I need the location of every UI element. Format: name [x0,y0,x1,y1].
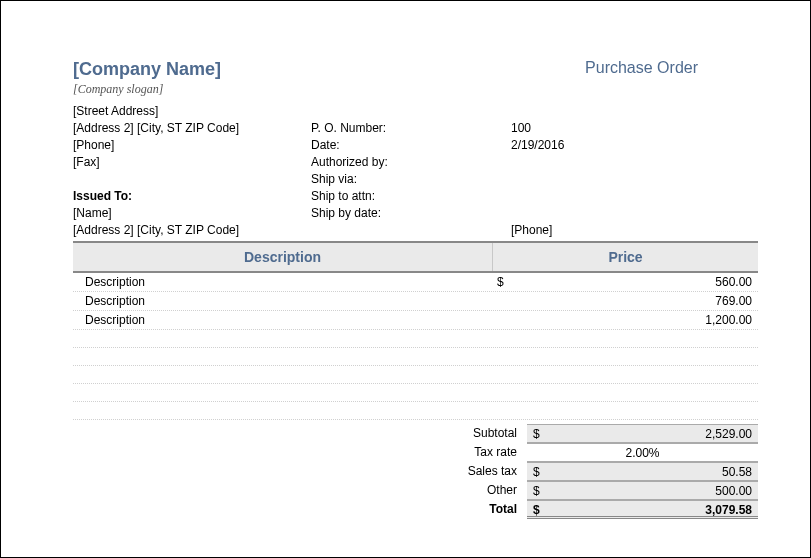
line-items-table: Description Price Description $ 560.00 D… [73,241,758,420]
total-value: 3,079.58 [547,501,758,516]
date-value: 2/19/2016 [511,137,758,154]
issued-address: [Address 2] [City, ST ZIP Code] [73,222,311,239]
ship-via-label: Ship via: [311,171,511,188]
ship-attn-label: Ship to attn: [311,188,511,205]
table-row: Description 769.00 [73,292,758,311]
authorized-value [511,154,758,171]
table-row-empty [73,348,758,366]
info-block: [Street Address] [Address 2] [City, ST Z… [73,103,758,239]
cell-price: 1,200.00 [511,311,758,329]
authorized-label: Authorized by: [311,154,511,171]
table-row: Description 1,200.00 [73,311,758,330]
table-header: Description Price [73,242,758,273]
table-row-empty [73,402,758,420]
total-label: Total [73,500,527,519]
currency: $ [527,482,547,499]
salestax-label: Sales tax [73,462,527,481]
currency: $ [527,425,547,442]
taxrate-value: 2.00% [527,444,758,461]
purchase-order-document: [Company Name] Purchase Order [Company s… [1,1,810,519]
po-number-value: 100 [511,120,758,137]
table-row-empty [73,330,758,348]
street-address: [Street Address] [73,103,311,120]
phone: [Phone] [73,137,311,154]
subtotal-value: 2,529.00 [547,425,758,442]
document-title: Purchase Order [585,59,758,77]
currency: $ [527,501,547,516]
date-label: Date: [311,137,511,154]
issued-phone: [Phone] [511,222,758,239]
issued-to-label: Issued To: [73,188,311,205]
cell-currency: $ [493,273,511,291]
address-line2: [Address 2] [City, ST ZIP Code] [73,120,311,137]
fax: [Fax] [73,154,311,171]
header-price: Price [493,243,758,271]
totals-block: Subtotal $ 2,529.00 Tax rate 2.00% Sales… [73,424,758,519]
other-label: Other [73,481,527,500]
cell-description: Description [73,292,493,310]
table-row-empty [73,366,758,384]
cell-description: Description [73,273,493,291]
header: [Company Name] Purchase Order [73,59,758,80]
total-row: Total $ 3,079.58 [73,500,758,519]
currency: $ [527,463,547,480]
company-name: [Company Name] [73,59,221,80]
salestax-row: Sales tax $ 50.58 [73,462,758,481]
cell-description: Description [73,311,493,329]
po-number-label: P. O. Number: [311,120,511,137]
taxrate-label: Tax rate [73,443,527,462]
table-row: Description $ 560.00 [73,273,758,292]
other-row: Other $ 500.00 [73,481,758,500]
ship-by-value [511,205,758,222]
other-value: 500.00 [547,482,758,499]
cell-price: 769.00 [511,292,758,310]
ship-via-value [511,171,758,188]
cell-price: 560.00 [511,273,758,291]
subtotal-row: Subtotal $ 2,529.00 [73,424,758,443]
issued-name: [Name] [73,205,311,222]
ship-attn-value [511,188,758,205]
table-row-empty [73,384,758,402]
subtotal-label: Subtotal [73,424,527,443]
ship-by-label: Ship by date: [311,205,511,222]
company-slogan: [Company slogan] [73,82,758,97]
table-body: Description $ 560.00 Description 769.00 … [73,273,758,420]
taxrate-row: Tax rate 2.00% [73,443,758,462]
header-description: Description [73,243,493,271]
salestax-value: 50.58 [547,463,758,480]
